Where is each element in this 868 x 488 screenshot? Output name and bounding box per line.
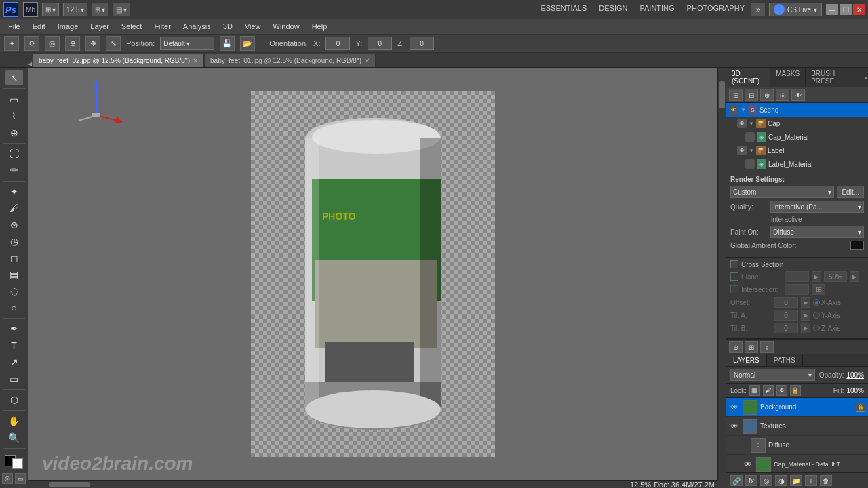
tilt-a-input[interactable] xyxy=(774,310,798,321)
plane-checkbox[interactable] xyxy=(730,272,738,281)
move-tool-icon[interactable]: ✦ xyxy=(4,36,19,51)
z-axis-radio-dot[interactable] xyxy=(813,325,820,331)
cs-live-btn[interactable]: CS Live ▾ xyxy=(769,3,822,16)
z-axis-radio[interactable]: Z-Axis xyxy=(813,325,840,332)
intersection-checkbox[interactable] xyxy=(730,285,738,293)
add-style-btn[interactable]: fx xyxy=(745,475,757,486)
image-mode-dropdown[interactable]: ⊞▾ xyxy=(42,3,59,16)
intersection-icon[interactable]: ⊞ xyxy=(812,284,825,295)
new-layer-btn[interactable]: + xyxy=(805,475,817,486)
tab-paths[interactable]: PATHS xyxy=(767,354,803,366)
menu-image[interactable]: Image xyxy=(52,19,84,34)
layer-diffuse[interactable]: D Diffuse xyxy=(726,436,868,455)
tilt-b-input[interactable] xyxy=(774,323,798,333)
load-position-btn[interactable]: 📂 xyxy=(240,36,255,51)
tree-eye-label-mat[interactable] xyxy=(745,159,755,169)
minimize-btn[interactable]: — xyxy=(826,4,838,15)
tree-scene[interactable]: 👁 ▼ S Scene xyxy=(726,103,868,117)
zoom-tool[interactable]: 🔍 xyxy=(5,430,23,445)
render-preset-dropdown[interactable]: Custom▾ xyxy=(730,186,834,198)
menu-file[interactable]: File xyxy=(3,19,26,34)
eyedropper-tool[interactable]: ✏ xyxy=(5,163,23,178)
add-fill-btn[interactable]: ◑ xyxy=(775,475,787,486)
delete-layer-btn[interactable]: 🗑 xyxy=(820,475,832,486)
3d-orbit-btn[interactable]: ◎ xyxy=(45,36,60,51)
tree-cap[interactable]: 👁 ▼ 📦 Cap xyxy=(734,117,868,130)
lock-paint-btn[interactable]: 🖌 xyxy=(763,385,774,396)
tree-eye-label[interactable]: 👁 xyxy=(737,146,747,155)
h-scrollbar[interactable]: 12.5% Doc: 36.4M/27.2M xyxy=(28,480,717,488)
v-scroll-thumb[interactable] xyxy=(719,81,725,108)
close-btn[interactable]: ✕ xyxy=(853,4,865,15)
lock-transparent-btn[interactable]: ▦ xyxy=(749,385,760,396)
edit-render-btn[interactable]: Edit... xyxy=(837,186,864,198)
quality-dropdown[interactable]: Interactive (Pa...▾ xyxy=(770,201,864,213)
layer-background[interactable]: 👁 Background 🔒 xyxy=(726,398,868,417)
clone-tool[interactable]: ⊛ xyxy=(5,217,23,232)
tab-photography[interactable]: PHOTOGRAPHY xyxy=(682,3,750,16)
x-axis-radio[interactable]: X-Axis xyxy=(813,299,841,306)
position-dropdown[interactable]: Default▾ xyxy=(160,37,214,50)
background-color[interactable] xyxy=(12,458,23,469)
tilt-a-arrow[interactable]: ▶ xyxy=(801,310,810,321)
history-brush[interactable]: ◷ xyxy=(5,234,23,249)
tab-layers[interactable]: LAYERS xyxy=(726,354,767,366)
menu-analysis[interactable]: Analysis xyxy=(178,19,216,34)
cross-section-checkbox[interactable] xyxy=(730,260,738,268)
3d-tool[interactable]: ⬡ xyxy=(5,392,23,407)
layer-eye-cap-mat[interactable]: 👁 xyxy=(743,459,753,470)
gradient-tool[interactable]: ▤ xyxy=(5,267,23,282)
marquee-tool[interactable]: ▭ xyxy=(5,92,23,106)
menu-3d[interactable]: 3D xyxy=(218,19,238,34)
layer-textures[interactable]: 👁 Textures xyxy=(726,417,868,436)
panel-mini-btn-3[interactable]: ↕ xyxy=(760,341,774,353)
arrange-dropdown[interactable]: ▤▾ xyxy=(113,3,130,16)
add-group-btn[interactable]: 📁 xyxy=(790,475,802,486)
quick-select-tool[interactable]: ⊕ xyxy=(5,125,23,140)
blend-mode-dropdown[interactable]: Normal ▾ xyxy=(730,369,815,381)
tab-3d-scene[interactable]: 3D (SCENE) xyxy=(726,68,770,87)
brush-tool[interactable]: 🖌 xyxy=(5,201,23,216)
menu-window[interactable]: Window xyxy=(268,19,305,34)
z-input[interactable] xyxy=(410,37,434,50)
3d-slide-btn[interactable]: ✥ xyxy=(85,36,100,51)
maximize-btn[interactable]: ❐ xyxy=(840,4,852,15)
paint-on-dropdown[interactable]: Diffuse▾ xyxy=(770,226,864,238)
menu-view[interactable]: View xyxy=(239,19,267,34)
link-layers-btn[interactable]: 🔗 xyxy=(730,475,743,486)
plane-percent[interactable] xyxy=(824,271,847,282)
screen-mode-btn[interactable]: ▭ xyxy=(15,473,26,484)
tree-eye-cap-mat[interactable] xyxy=(745,132,755,142)
y-axis-radio-dot[interactable] xyxy=(813,312,820,319)
intersection-input[interactable] xyxy=(785,284,809,295)
lock-position-btn[interactable]: ✥ xyxy=(776,385,787,396)
panel-mini-btn-1[interactable]: ⊕ xyxy=(729,341,743,353)
ambient-color-swatch[interactable] xyxy=(850,241,864,250)
offset-arrow[interactable]: ▶ xyxy=(801,297,810,308)
add-mask-btn[interactable]: ◎ xyxy=(760,475,772,486)
fill-value[interactable]: 100% xyxy=(846,387,864,394)
shape-tool[interactable]: ▭ xyxy=(5,371,23,386)
lock-all-btn[interactable]: 🔒 xyxy=(790,385,801,396)
plane-arrow[interactable]: ▶ xyxy=(812,271,821,282)
tilt-b-arrow[interactable]: ▶ xyxy=(801,323,810,333)
3d-pan-btn[interactable]: ⊕ xyxy=(65,36,80,51)
tab-brush-presets[interactable]: BRUSH PRESE... xyxy=(806,68,863,87)
panel-collapse-btn[interactable]: ▴ xyxy=(863,68,868,87)
y-input[interactable] xyxy=(368,37,392,50)
tree-label-material[interactable]: ◈ Label_Material xyxy=(743,157,868,171)
plane-percent-arrow[interactable]: ▶ xyxy=(850,271,859,282)
3d-tool-btn-3[interactable]: ⊕ xyxy=(760,89,774,101)
h-scroll-thumb[interactable] xyxy=(49,482,90,487)
3d-tool-btn-2[interactable]: ⊟ xyxy=(745,89,758,101)
lasso-tool[interactable]: ⌇ xyxy=(5,108,23,123)
doc-tab-close-1[interactable]: ✕ xyxy=(364,57,370,64)
3d-tool-btn-1[interactable]: ⊞ xyxy=(729,89,743,101)
color-swatches[interactable] xyxy=(3,451,24,470)
view-dropdown[interactable]: ⊞▾ xyxy=(92,3,108,16)
tree-eye-scene[interactable]: 👁 xyxy=(729,105,738,115)
layer-eye-tex[interactable]: 👁 xyxy=(729,421,740,432)
layer-eye-diff[interactable] xyxy=(737,440,748,451)
menu-layer[interactable]: Layer xyxy=(85,19,115,34)
tab-masks[interactable]: MASKS xyxy=(770,68,806,87)
